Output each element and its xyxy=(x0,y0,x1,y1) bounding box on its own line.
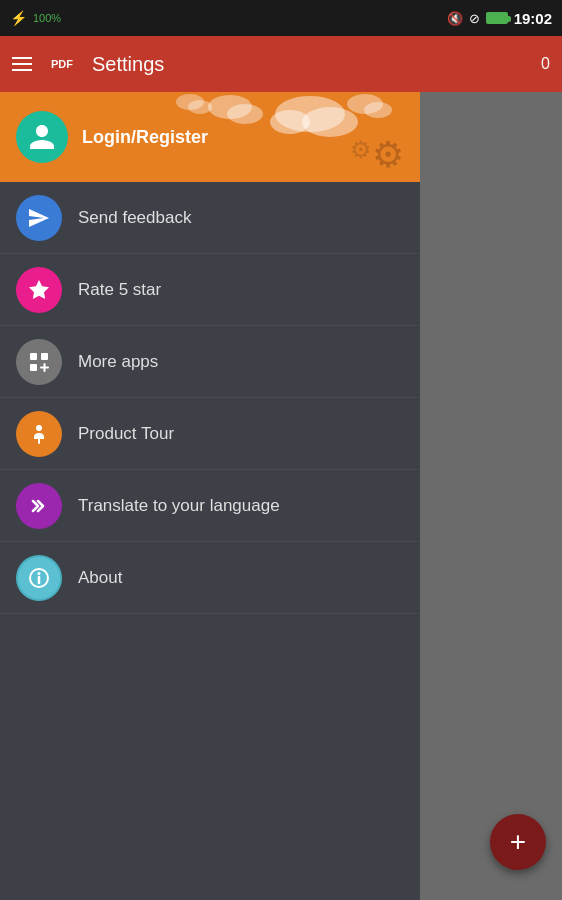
status-left: ⚡ 100% xyxy=(10,10,61,26)
fab-button[interactable]: + xyxy=(490,814,546,870)
menu-item-product-tour[interactable]: Product Tour xyxy=(0,398,420,470)
battery-icon xyxy=(486,12,508,24)
more-apps-label: More apps xyxy=(78,352,158,372)
svg-rect-9 xyxy=(30,353,37,360)
gear-icon-small: ⚙ xyxy=(350,136,372,164)
menu-item-more-apps[interactable]: More apps xyxy=(0,326,420,398)
page-title: Settings xyxy=(92,53,541,76)
header-badge: 0 xyxy=(541,55,550,73)
svg-point-2 xyxy=(270,110,310,134)
usb-icon: ⚡ xyxy=(10,10,27,26)
status-bar: ⚡ 100% 🔇 ⊘ 19:02 xyxy=(0,0,562,36)
chevrons-icon xyxy=(27,494,51,518)
menu-item-translate[interactable]: Translate to your language xyxy=(0,470,420,542)
send-feedback-icon-circle xyxy=(16,195,62,241)
svg-point-6 xyxy=(188,100,212,114)
right-panel xyxy=(420,92,562,900)
paper-plane-icon xyxy=(27,206,51,230)
menu-icon[interactable] xyxy=(12,57,32,71)
menu-item-send-feedback[interactable]: Send feedback xyxy=(0,182,420,254)
about-label: About xyxy=(78,568,122,588)
svg-point-7 xyxy=(347,94,383,114)
svg-rect-11 xyxy=(30,364,37,371)
gear-icon-large: ⚙ xyxy=(372,134,404,176)
grid-plus-icon xyxy=(27,350,51,374)
app-logo: PDF xyxy=(44,46,80,82)
svg-point-0 xyxy=(275,96,345,132)
translate-label: Translate to your language xyxy=(78,496,280,516)
svg-point-8 xyxy=(364,102,392,118)
more-apps-icon-circle xyxy=(16,339,62,385)
person-tour-icon xyxy=(27,422,51,446)
rate-5-star-label: Rate 5 star xyxy=(78,280,161,300)
battery-percentage: 100% xyxy=(33,12,61,24)
about-icon-circle xyxy=(16,555,62,601)
blocked-icon: ⊘ xyxy=(469,11,480,26)
person-icon xyxy=(27,122,57,152)
mute-icon: 🔇 xyxy=(447,11,463,26)
svg-point-1 xyxy=(302,107,358,137)
login-banner[interactable]: ⚙ ⚙ Login/Register xyxy=(0,92,420,182)
info-icon xyxy=(27,566,51,590)
left-panel: ⚙ ⚙ Login/Register Send feedback xyxy=(0,92,420,900)
send-feedback-label: Send feedback xyxy=(78,208,191,228)
fab-plus-icon: + xyxy=(510,828,526,856)
status-time: 19:02 xyxy=(514,10,552,27)
svg-point-16 xyxy=(38,572,41,575)
svg-rect-10 xyxy=(41,353,48,360)
menu-item-about[interactable]: About xyxy=(0,542,420,614)
svg-point-4 xyxy=(227,104,263,124)
rate-icon-circle xyxy=(16,267,62,313)
login-text: Login/Register xyxy=(82,127,208,148)
app-header: PDF Settings 0 xyxy=(0,36,562,92)
star-icon xyxy=(27,278,51,302)
translate-icon-circle xyxy=(16,483,62,529)
status-right: 🔇 ⊘ 19:02 xyxy=(447,10,552,27)
menu-item-rate-5-star[interactable]: Rate 5 star xyxy=(0,254,420,326)
app-logo-text: PDF xyxy=(44,46,80,82)
login-avatar xyxy=(16,111,68,163)
svg-point-12 xyxy=(36,425,42,431)
product-tour-icon-circle xyxy=(16,411,62,457)
svg-point-3 xyxy=(208,95,252,119)
product-tour-label: Product Tour xyxy=(78,424,174,444)
svg-point-5 xyxy=(176,94,204,110)
main-layout: ⚙ ⚙ Login/Register Send feedback xyxy=(0,92,562,900)
